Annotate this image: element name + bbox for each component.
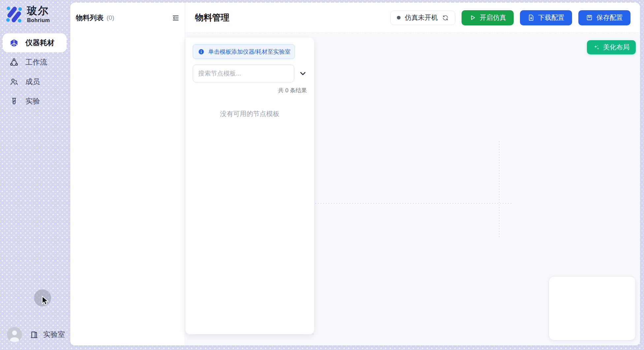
status-dot-icon — [397, 16, 401, 19]
sidebar-item-label: 成员 — [25, 77, 40, 87]
download-config-button[interactable]: 下载配置 — [520, 10, 572, 25]
sidebar-item-label: 仪器耗材 — [25, 38, 54, 48]
file-download-icon — [528, 14, 534, 21]
simulation-status-pill[interactable]: 仿真未开机 — [390, 11, 455, 25]
start-simulation-button[interactable]: 开启仿真 — [462, 10, 514, 25]
flow-canvas[interactable]: 单击模板添加仪器/耗材至实验室 共 0 条结果 没有可用的节点模板 — [185, 33, 640, 345]
palette-hint-banner: 单击模板添加仪器/耗材至实验室 — [193, 44, 295, 59]
cube-icon — [10, 39, 18, 47]
canvas-guide-horizontal — [313, 203, 511, 204]
sidebar: 玻尔 Bohrium 仪器耗材 — [0, 0, 70, 350]
sidebar-footer: 实验室 — [7, 327, 65, 342]
chevron-down-icon[interactable] — [299, 70, 307, 77]
lab-door-icon — [30, 330, 39, 339]
brand-name-en: Bohrium — [27, 17, 50, 23]
content-area: 物料管理 仿真未开机 — [185, 3, 640, 345]
page-title: 物料管理 — [195, 12, 229, 23]
save-icon — [586, 14, 593, 21]
node-template-palette: 单击模板添加仪器/耗材至实验室 共 0 条结果 没有可用的节点模板 — [185, 38, 314, 334]
sidebar-item-instruments[interactable]: 仪器耗材 — [3, 33, 67, 52]
materials-panel-title: 物料列表 — [76, 13, 104, 22]
mouse-cursor — [41, 296, 51, 307]
content-header: 物料管理 仿真未开机 — [185, 3, 640, 33]
palette-empty-message: 没有可用的节点模板 — [193, 109, 307, 118]
sidebar-item-workflow[interactable]: 工作流 — [3, 53, 67, 72]
sparkles-icon — [593, 44, 600, 51]
sidebar-item-label: 工作流 — [25, 57, 47, 67]
experiment-icon — [10, 97, 18, 106]
palette-hint-text: 单击模板添加仪器/耗材至实验室 — [208, 48, 291, 56]
avatar-person-icon — [7, 327, 22, 342]
search-result-count: 共 0 条结果 — [193, 87, 307, 94]
save-config-button[interactable]: 保存配置 — [578, 10, 630, 25]
materials-panel-header: 物料列表 (0) — [70, 3, 185, 22]
search-node-template-input[interactable] — [193, 65, 294, 82]
workflow-icon — [10, 58, 18, 67]
user-avatar[interactable] — [7, 327, 22, 342]
materials-count: (0) — [107, 14, 114, 21]
app-page: 玻尔 Bohrium 仪器耗材 — [0, 0, 644, 350]
sidebar-item-experiments[interactable]: 实验 — [3, 92, 67, 111]
canvas-minimap[interactable] — [549, 276, 636, 340]
info-icon — [198, 48, 205, 55]
beautify-layout-button[interactable]: 美化布局 — [587, 40, 636, 54]
sidebar-menu: 仪器耗材 工作流 成 — [3, 33, 67, 111]
simulation-status-label: 仿真未开机 — [405, 13, 438, 22]
refresh-icon[interactable] — [442, 15, 449, 21]
brand-logo: 玻尔 Bohrium — [5, 5, 50, 24]
sidebar-item-members[interactable]: 成员 — [3, 72, 67, 91]
collapse-panel-icon[interactable] — [172, 14, 179, 22]
sidebar-lab-label[interactable]: 实验室 — [43, 330, 65, 339]
sidebar-item-label: 实验 — [25, 96, 40, 106]
play-icon — [469, 14, 476, 21]
palette-search-row — [193, 65, 307, 82]
main-container: 物料列表 (0) 物料管理 仿真未开机 — [70, 3, 640, 345]
materials-panel: 物料列表 (0) — [70, 3, 185, 345]
brand-name-zh: 玻尔 — [27, 6, 50, 16]
members-icon — [10, 77, 18, 86]
header-actions: 仿真未开机 开启仿真 — [390, 10, 630, 25]
bohrium-logo-icon — [5, 5, 23, 24]
canvas-guide-vertical — [499, 141, 499, 238]
